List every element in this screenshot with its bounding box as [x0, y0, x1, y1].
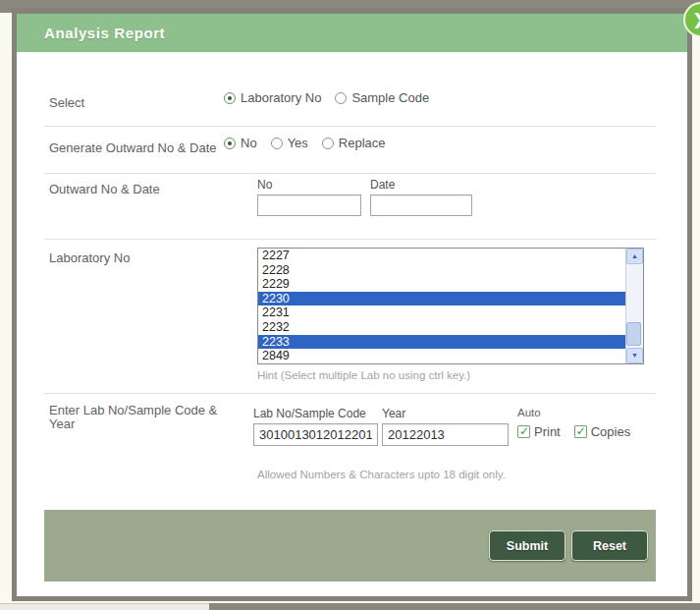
page-title: Analysis Report — [44, 14, 165, 52]
list-item[interactable]: 2228 — [258, 263, 625, 278]
copies-checkbox[interactable]: Copies — [574, 424, 630, 439]
listbox-items: 2227 2228 2229 2230 2231 2232 2233 2849 — [258, 249, 625, 363]
entry-hint: Allowed Numbers & Characters upto 18 dig… — [257, 469, 506, 480]
year-input[interactable] — [382, 423, 509, 446]
footer-bar: Submit Reset — [44, 510, 656, 582]
print-checkbox[interactable]: Print — [517, 424, 561, 439]
page-scrollbar-track[interactable] — [0, 603, 209, 610]
divider — [44, 393, 656, 394]
submit-button[interactable]: Submit — [489, 530, 565, 561]
radio-yes[interactable]: Yes — [271, 136, 308, 150]
checkbox-row: Print Copies — [517, 424, 630, 439]
entry-row-label: Enter Lab No/Sample Code & Year — [49, 404, 245, 430]
generate-radio-group: No Yes Replace — [224, 136, 386, 150]
year-label: Year — [382, 408, 405, 419]
dialog-header: Analysis Report — [17, 14, 687, 52]
radio-label: Replace — [339, 136, 386, 150]
outward-row-label: Outward No & Date — [49, 183, 160, 195]
list-item[interactable]: 2232 — [258, 320, 625, 335]
generate-row-label: Generate Outward No & Date — [49, 141, 217, 154]
laboratory-hint: Hint (Select multiple Lab no using ctrl … — [257, 369, 470, 381]
outward-date-label: Date — [370, 179, 395, 191]
laboratory-no-listbox[interactable]: 2227 2228 2229 2230 2231 2232 2233 2849 … — [257, 248, 644, 364]
laboratory-row-label: Laboratory No — [49, 251, 130, 264]
checkbox-label: Print — [534, 424, 561, 439]
checkbox-checked-icon — [574, 425, 587, 438]
analysis-report-dialog: Analysis Report Select Laboratory No Sam… — [12, 8, 692, 601]
radio-icon — [224, 138, 236, 149]
radio-label: Laboratory No — [241, 90, 321, 105]
radio-label: Yes — [288, 136, 308, 150]
checkbox-label: Copies — [591, 424, 630, 439]
list-item-selected[interactable]: 2233 — [258, 335, 625, 350]
select-row-label: Select — [49, 96, 84, 109]
radio-icon — [335, 92, 347, 104]
auto-label: Auto — [517, 407, 630, 418]
radio-icon — [322, 138, 334, 149]
radio-replace[interactable]: Replace — [322, 136, 386, 150]
listbox-scrollbar[interactable]: ▲ ▼ — [625, 249, 643, 363]
select-radio-group: Laboratory No Sample Code — [224, 90, 429, 105]
radio-laboratory-no[interactable]: Laboratory No — [224, 90, 321, 105]
outward-no-label: No — [257, 179, 272, 191]
radio-sample-code[interactable]: Sample Code — [335, 90, 429, 105]
list-item[interactable]: 2227 — [258, 249, 625, 263]
divider — [44, 173, 656, 174]
reset-button[interactable]: Reset — [571, 530, 648, 561]
outward-date-input[interactable] — [370, 194, 472, 216]
radio-label: No — [241, 136, 257, 150]
radio-icon — [224, 92, 236, 104]
radio-label: Sample Code — [351, 90, 429, 105]
auto-checkbox-area: Auto Print Copies — [517, 407, 630, 439]
page-scrollbar-thumb[interactable] — [209, 603, 700, 610]
list-item[interactable]: 2231 — [258, 305, 625, 320]
scroll-up-icon[interactable]: ▲ — [626, 249, 643, 264]
divider — [44, 239, 656, 240]
list-item[interactable]: 2229 — [258, 277, 625, 292]
code-label: Lab No/Sample Code — [253, 408, 366, 419]
outward-no-input[interactable] — [257, 194, 361, 216]
code-input[interactable] — [253, 423, 378, 446]
radio-no[interactable]: No — [224, 136, 257, 150]
list-item[interactable]: 2849 — [258, 349, 625, 363]
scroll-down-icon[interactable]: ▼ — [626, 348, 643, 363]
divider — [44, 126, 656, 127]
scroll-track[interactable] — [626, 264, 643, 348]
page: ❯ Analysis Report Select Laboratory No S… — [0, 0, 700, 610]
radio-icon — [271, 138, 283, 149]
checkbox-checked-icon — [517, 425, 530, 438]
list-item-selected[interactable]: 2230 — [258, 292, 625, 306]
scroll-thumb[interactable] — [626, 322, 641, 346]
